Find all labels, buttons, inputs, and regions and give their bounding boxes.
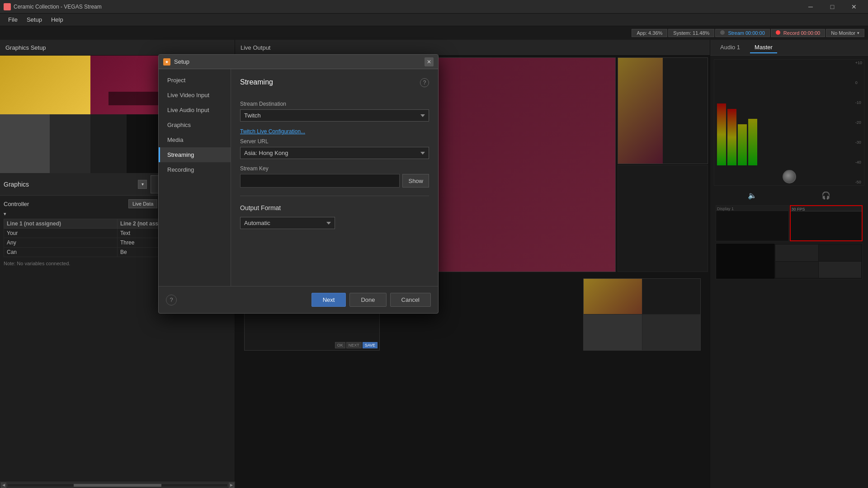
- dialog-title-bar: ★ Setup ✕: [159, 55, 438, 69]
- monitor-thumb-1: Display 1: [716, 205, 789, 241]
- graphics-setup-header: Graphics Setup: [0, 40, 235, 56]
- monitor-selector[interactable]: No Monitor ▾: [826, 29, 864, 37]
- stream-key-input[interactable]: [240, 174, 400, 188]
- graphics-dropdown-btn[interactable]: ▾: [138, 180, 147, 189]
- preview-dark: [50, 114, 90, 173]
- sidebar-nav-recording[interactable]: Recording: [159, 162, 231, 177]
- title-bar-controls: ─ □ ✕: [800, 0, 864, 14]
- stream-destination-group: Stream Destination Twitch: [240, 101, 429, 122]
- cell: Any: [4, 238, 118, 248]
- dialog-footer: ? Next Done Cancel: [159, 286, 438, 313]
- output-format-value: Automatic: [244, 220, 270, 226]
- stream-destination-label: Stream Destination: [240, 101, 429, 107]
- btn-next[interactable]: NEXT: [346, 342, 362, 348]
- server-url-arrow: [420, 152, 425, 155]
- tab-master[interactable]: Master: [750, 42, 777, 53]
- headphone-icon[interactable]: 🎧: [821, 191, 830, 200]
- meter-bar-4: [748, 119, 757, 165]
- stream-destination-select[interactable]: Twitch: [240, 109, 429, 122]
- scroll-left[interactable]: ◀: [1, 483, 6, 488]
- stream-timer: Stream 00:00:00: [715, 29, 769, 37]
- scroll-thumb: [74, 484, 161, 487]
- minimize-button[interactable]: ─: [800, 0, 821, 14]
- sidebar-nav-streaming[interactable]: Streaming: [159, 147, 231, 162]
- setup-dialog: ★ Setup ✕ Project Live Video Input Live …: [158, 54, 439, 314]
- btn-ok[interactable]: OK: [335, 342, 345, 348]
- output-format-group: Output Format Automatic: [240, 204, 429, 229]
- sidebar-nav-project[interactable]: Project: [159, 73, 231, 88]
- done-button[interactable]: Done: [349, 293, 386, 307]
- stream-key-row: Show: [240, 174, 429, 188]
- monitor-thumbnails: Display 1 30 FPS: [714, 203, 864, 484]
- preview-gray: [0, 114, 50, 173]
- menu-setup[interactable]: Setup: [22, 14, 47, 25]
- mini-thumb-1: [618, 57, 708, 164]
- dialog-sidebar: Project Live Video Input Live Audio Inpu…: [159, 69, 231, 286]
- preview-dark2: [90, 114, 127, 173]
- graphics-label: Graphics: [4, 181, 29, 188]
- system-usage: System: 11.48%: [668, 29, 714, 37]
- server-url-value: Asia: Hong Kong: [244, 150, 288, 156]
- output-thumb-right: [583, 278, 701, 351]
- menu-bar: File Setup Help: [0, 14, 868, 26]
- audio-knob[interactable]: [783, 170, 796, 183]
- tab-audio1[interactable]: Audio 1: [716, 42, 745, 53]
- audio-panel: Audio 1 Master +100-10-20-30-40-50: [710, 40, 868, 488]
- stream-destination-arrow: [420, 114, 425, 117]
- section-help-icon[interactable]: ?: [420, 78, 429, 87]
- close-button[interactable]: ✕: [844, 0, 864, 14]
- dialog-title-text: Setup: [174, 58, 421, 65]
- stream-key-label: Stream Key: [240, 165, 429, 172]
- maximize-button[interactable]: □: [822, 0, 843, 14]
- audio-meters: +100-10-20-30-40-50 🔈 🎧: [710, 56, 868, 488]
- cell: Your: [4, 229, 118, 238]
- dialog-content: Streaming ? Stream Destination Twitch Tw…: [231, 69, 438, 286]
- mini-thumb-2: [618, 165, 708, 272]
- output-format-arrow: [326, 222, 331, 225]
- sidebar-nav-media[interactable]: Media: [159, 132, 231, 147]
- cancel-button[interactable]: Cancel: [390, 293, 431, 307]
- meter-bar-1: [717, 103, 726, 165]
- output-format-select[interactable]: Automatic: [240, 217, 335, 229]
- title-bar-text: Ceramic Collection - VEGAS Stream: [14, 4, 800, 10]
- app-usage: App: 4.36%: [632, 29, 667, 37]
- server-url-label: Server URL: [240, 138, 429, 145]
- show-key-button[interactable]: Show: [402, 174, 429, 188]
- footer-help-icon[interactable]: ?: [166, 295, 177, 305]
- dialog-icon: ★: [163, 58, 170, 66]
- meter-bar-2: [727, 109, 736, 165]
- menu-file[interactable]: File: [4, 14, 22, 25]
- sidebar-nav-live-audio[interactable]: Live Audio Input: [159, 103, 231, 117]
- dialog-close-button[interactable]: ✕: [425, 57, 434, 66]
- server-url-select[interactable]: Asia: Hong Kong: [240, 147, 429, 159]
- dialog-body: Project Live Video Input Live Audio Inpu…: [159, 69, 438, 286]
- next-button[interactable]: Next: [311, 293, 346, 307]
- menu-help[interactable]: Help: [47, 14, 68, 25]
- meter-bar-3: [738, 124, 747, 165]
- stream-destination-value: Twitch: [244, 112, 261, 119]
- live-data-button[interactable]: Live Data: [128, 199, 157, 208]
- section-separator: [240, 196, 429, 196]
- twitch-config-link[interactable]: Twitch Live Configuration...: [240, 128, 305, 135]
- cell: Can: [4, 248, 118, 257]
- scroll-track[interactable]: [7, 483, 228, 487]
- app-icon: [4, 3, 11, 10]
- server-url-group: Server URL Asia: Hong Kong: [240, 138, 429, 159]
- controller-title: Controller: [4, 201, 29, 207]
- record-timer: Record 00:00:00: [771, 29, 825, 37]
- btn-save[interactable]: SAVE: [363, 342, 377, 348]
- sidebar-nav-live-video[interactable]: Live Video Input: [159, 88, 231, 103]
- sidebar-nav-graphics[interactable]: Graphics: [159, 117, 231, 132]
- audio-header: Audio 1 Master: [710, 40, 868, 56]
- volume-icon[interactable]: 🔈: [748, 191, 757, 200]
- monitor-thumb-3: [716, 243, 863, 279]
- scroll-right[interactable]: ▶: [229, 483, 234, 488]
- scroll-bar: ◀ ▶: [0, 482, 235, 488]
- output-format-title: Output Format: [240, 204, 429, 211]
- stream-key-group: Stream Key Show: [240, 165, 429, 188]
- col-header-1: Line 1 (not assigned): [4, 219, 118, 229]
- monitor-thumb-2: 30 FPS: [790, 205, 863, 241]
- preview-yellow: [0, 56, 90, 114]
- section-title: Streaming: [240, 78, 273, 86]
- live-output-header: Live Output: [235, 40, 710, 56]
